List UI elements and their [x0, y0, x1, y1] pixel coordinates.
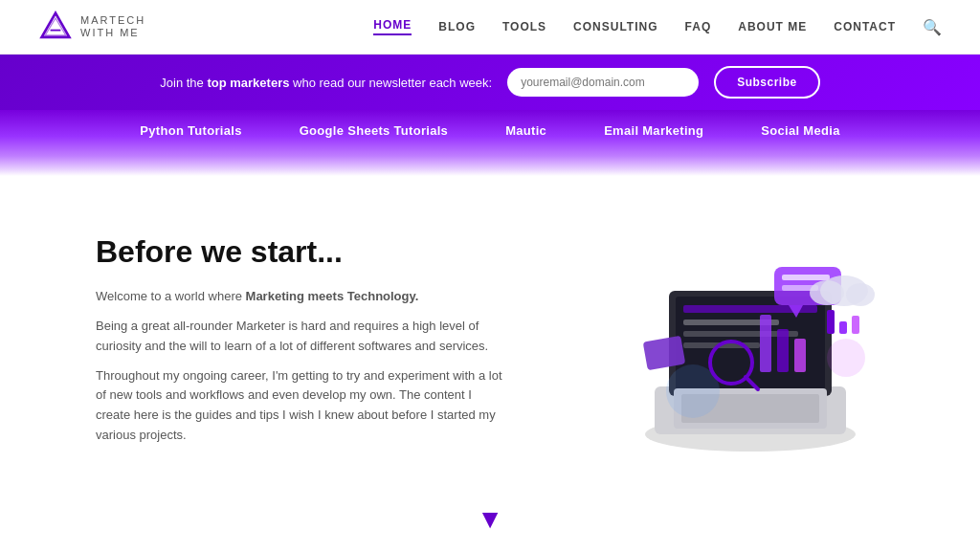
hero-text: Before we start... Welcome to a world wh… — [96, 234, 507, 455]
logo[interactable]: MARTECH WITH ME — [38, 10, 145, 44]
svg-point-30 — [846, 283, 875, 306]
navbar: MARTECH WITH ME HOME BLOG TOOLS CONSULTI… — [0, 0, 980, 55]
svg-rect-12 — [777, 329, 789, 372]
svg-rect-19 — [782, 275, 830, 280]
hero-illustration — [597, 214, 903, 475]
newsletter-highlight: top marketers — [207, 76, 289, 90]
nav-about[interactable]: ABOUT ME — [738, 20, 807, 33]
svg-rect-13 — [794, 339, 806, 372]
svg-point-29 — [810, 280, 844, 305]
topic-python[interactable]: Python Tutorials — [140, 123, 241, 138]
scroll-arrow[interactable]: ▼ — [0, 495, 980, 551]
nav-tools[interactable]: TOOLS — [502, 20, 546, 33]
nav-blog[interactable]: BLOG — [438, 20, 476, 33]
logo-icon — [38, 10, 73, 44]
subscribe-button[interactable]: Subscribe — [714, 66, 820, 99]
topic-nav: Python Tutorials Google Sheets Tutorials… — [0, 110, 980, 176]
svg-point-22 — [827, 339, 865, 377]
nav-consulting[interactable]: CONSULTING — [573, 20, 657, 33]
nav-links: HOME BLOG TOOLS CONSULTING FAQ ABOUT ME … — [373, 18, 942, 36]
svg-rect-11 — [760, 315, 771, 372]
email-input[interactable] — [507, 68, 699, 97]
topic-social[interactable]: Social Media — [761, 123, 839, 138]
hero-svg — [597, 214, 903, 473]
svg-rect-25 — [827, 310, 835, 334]
hero-para1: Being a great all-rounder Marketer is ha… — [96, 317, 507, 357]
nav-home[interactable]: HOME — [373, 18, 412, 35]
hero-intro-bold: Marketing meets Technology. — [246, 289, 419, 303]
hero-intro: Welcome to a world where Marketing meets… — [96, 287, 507, 307]
svg-rect-26 — [839, 321, 847, 334]
nav-faq[interactable]: FAQ — [685, 20, 712, 33]
newsletter-text: Join the top marketers who read our news… — [160, 76, 492, 90]
newsletter-bar: Join the top marketers who read our news… — [0, 55, 980, 110]
topic-email[interactable]: Email Marketing — [604, 123, 703, 138]
search-icon[interactable]: 🔍 — [923, 18, 942, 36]
svg-rect-27 — [852, 316, 859, 334]
nav-contact[interactable]: CONTACT — [834, 20, 896, 33]
topic-mautic[interactable]: Mautic — [505, 123, 546, 138]
hero-para2: Throughout my ongoing career, I'm gettin… — [96, 366, 507, 446]
hero-section: Before we start... Welcome to a world wh… — [0, 176, 980, 495]
topic-sheets[interactable]: Google Sheets Tutorials — [300, 123, 448, 138]
hero-heading: Before we start... — [96, 234, 507, 270]
arrow-down-icon: ▼ — [477, 504, 503, 535]
brand-name: MARTECH WITH ME — [80, 14, 145, 39]
